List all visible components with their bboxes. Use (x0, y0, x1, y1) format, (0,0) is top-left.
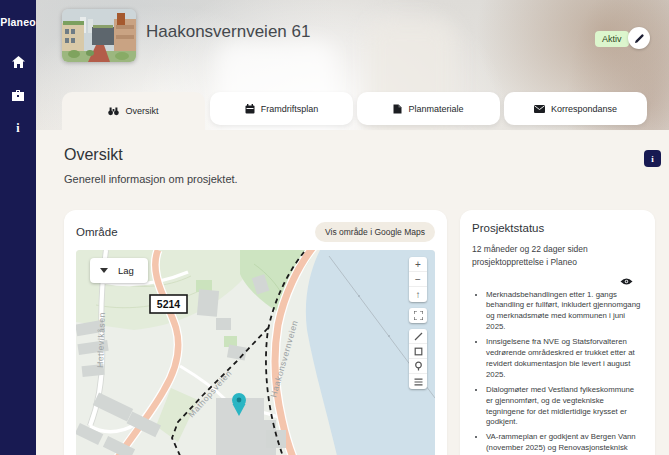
binoculars-icon (108, 107, 119, 116)
envelope-icon (534, 105, 545, 113)
app-root: { "brand": { "logo": "Planeo" }, "header… (0, 0, 669, 455)
briefcase-icon[interactable] (8, 85, 28, 105)
map-canvas[interactable]: 5214 Hetlevikåsen Mathopsveien Haakonsve… (76, 250, 435, 455)
visibility-toggle[interactable] (472, 277, 633, 286)
area-card: Område Vis område i Google Maps (64, 210, 447, 455)
tab-label: Framdriftsplan (261, 104, 319, 114)
expand-icon (414, 311, 423, 320)
area-card-title: Område (76, 226, 118, 238)
status-badge: Aktiv (595, 31, 629, 47)
polygon-tool-button[interactable] (409, 344, 427, 359)
page-info-button[interactable]: i (644, 150, 661, 167)
page-title: Oversikt (64, 146, 123, 164)
info-icon[interactable]: i (8, 118, 28, 138)
square-tool-icon (414, 347, 423, 356)
eye-icon (620, 277, 633, 286)
google-maps-link[interactable]: Vis område i Google Maps (315, 222, 435, 242)
project-thumbnail (62, 9, 136, 62)
zoom-in-button[interactable]: + (409, 257, 427, 272)
brand-logo: Planeo (0, 16, 36, 28)
status-bullet: Merknadsbehandlingen etter 1. gangs beha… (486, 290, 642, 334)
north-arrow-button[interactable]: ↑ (409, 287, 427, 302)
status-bullet: VA-rammeplan er godkjent av Bergen Vann … (486, 432, 642, 455)
area-card-header: Område Vis område i Google Maps (64, 210, 447, 250)
tab-label: Oversikt (125, 106, 158, 116)
tab-planmateriale[interactable]: Planmateriale (357, 92, 500, 125)
chevron-down-icon (100, 268, 108, 273)
pin-tool-icon (414, 361, 423, 371)
status-bullet: Dialogmøter med Vestland fylkeskommune e… (486, 385, 642, 429)
zoom-out-button[interactable]: − (409, 272, 427, 287)
map-controls: + − ↑ (409, 257, 427, 389)
tab-label: Planmateriale (408, 104, 463, 114)
layers-dropdown-label: Lag (118, 265, 134, 276)
calendar-icon (245, 104, 255, 114)
svg-text:5214: 5214 (157, 298, 181, 310)
project-age-text: 12 måneder og 22 dager siden prosjektopp… (472, 243, 644, 269)
project-status-card: Prosjektstatus 12 måneder og 22 dager si… (460, 210, 655, 455)
pencil-icon (634, 33, 645, 44)
road-sign: 5214 (150, 295, 187, 313)
document-icon (393, 104, 402, 114)
project-title: Haakonsvernveien 61 (146, 22, 310, 42)
page-subtitle: Generell informasjon om prosjektet. (64, 173, 238, 185)
street-label-hetlevikasen: Hetlevikåsen (95, 312, 107, 368)
fullscreen-button[interactable] (409, 308, 427, 323)
tab-framdriftsplan[interactable]: Framdriftsplan (210, 92, 353, 125)
list-icon (414, 378, 423, 386)
zoom-controls: + − ↑ (409, 257, 427, 302)
point-tool-button[interactable] (409, 359, 427, 374)
tab-korrespondanse[interactable]: Korrespondanse (504, 92, 647, 125)
tab-oversikt[interactable]: Oversikt (62, 92, 205, 130)
sidebar: Planeo i (0, 0, 36, 455)
draw-tools (409, 329, 427, 389)
edit-button[interactable] (628, 27, 650, 49)
tab-label: Korrespondanse (551, 104, 617, 114)
measure-line-button[interactable] (409, 329, 427, 344)
layer-list-button[interactable] (409, 374, 427, 389)
main-content: Oversikt Generell informasjon om prosjek… (36, 130, 669, 455)
layers-dropdown[interactable]: Lag (90, 258, 148, 283)
line-tool-icon (414, 332, 423, 341)
status-bullet-list: Merknadsbehandlingen etter 1. gangs beha… (472, 290, 642, 455)
status-bullet: Innsigelsene fra NVE og Statsforvalteren… (486, 337, 642, 381)
status-card-title: Prosjektstatus (472, 222, 643, 234)
sidebar-nav: i (8, 52, 28, 138)
home-icon[interactable] (8, 52, 28, 72)
